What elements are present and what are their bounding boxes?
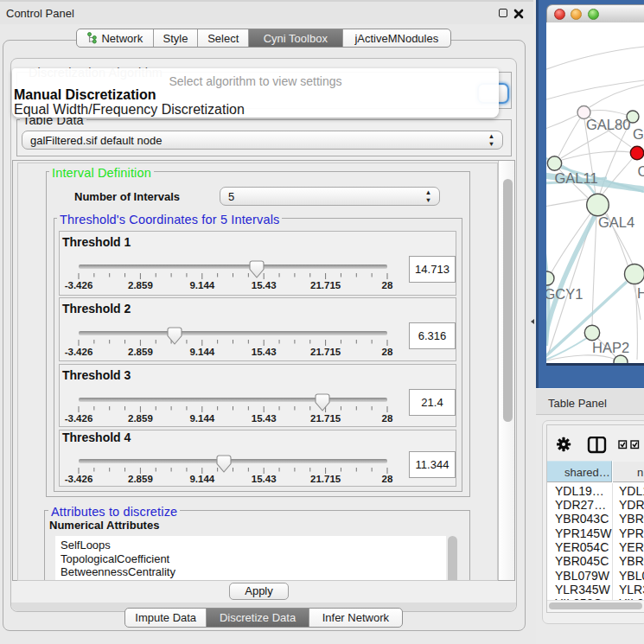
svg-text:GAL80: GAL80 bbox=[586, 117, 630, 132]
svg-text:GAL11: GAL11 bbox=[555, 170, 598, 186]
svg-text:C: C bbox=[638, 163, 644, 179]
svg-text:HAP2: HAP2 bbox=[592, 340, 629, 355]
svg-text:GAL4: GAL4 bbox=[598, 214, 634, 230]
svg-text:GA: GA bbox=[633, 126, 644, 142]
svg-text:H: H bbox=[637, 285, 644, 301]
svg-text:GCY1: GCY1 bbox=[546, 286, 583, 302]
